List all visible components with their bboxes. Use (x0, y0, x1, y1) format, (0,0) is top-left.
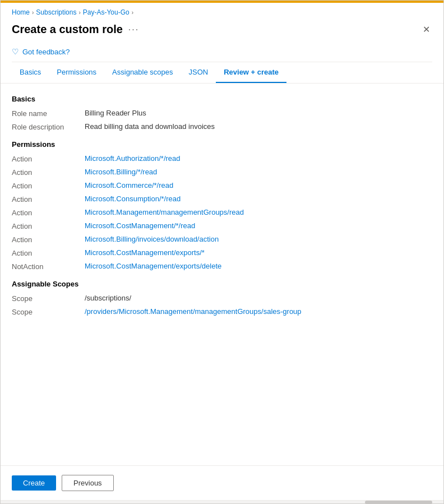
tab-basics[interactable]: Basics (12, 62, 49, 83)
field-scope-1: Scope /subscriptions/ (12, 294, 432, 303)
field-action-6: Action Microsoft.CostManagement/*/read (12, 221, 432, 230)
field-role-description: Role description Read billing data and d… (12, 122, 432, 131)
tab-review-create[interactable]: Review + create (216, 62, 286, 83)
field-role-name: Role name Billing Reader Plus (12, 109, 432, 118)
breadcrumb: Home › Subscriptions › Pay-As-You-Go › (1, 3, 443, 20)
action-label-7: Action (12, 235, 85, 244)
scopes-section-title: Assignable Scopes (12, 280, 432, 288)
field-scope-2: Scope /providers/Microsoft.Management/ma… (12, 307, 432, 316)
breadcrumb-payasyougo[interactable]: Pay-As-You-Go (83, 8, 130, 16)
permissions-section: Permissions Action Microsoft.Authorizati… (12, 140, 432, 271)
feedback-label: Got feedback? (22, 48, 70, 56)
action-label-3: Action (12, 181, 85, 190)
role-name-value: Billing Reader Plus (85, 109, 146, 117)
action-label-1: Action (12, 154, 85, 163)
action-value-3: Microsoft.Commerce/*/read (85, 181, 173, 189)
action-value-6: Microsoft.CostManagement/*/read (85, 221, 195, 230)
action-value-5: Microsoft.Management/managementGroups/re… (85, 208, 244, 216)
action-value-7: Microsoft.Billing/invoices/download/acti… (85, 235, 219, 243)
chevron-icon-3: › (132, 10, 133, 16)
more-options-icon[interactable]: ··· (128, 25, 139, 35)
role-description-label: Role description (12, 122, 85, 131)
heart-icon: ♡ (12, 47, 19, 56)
field-action-1: Action Microsoft.Authorization/*/read (12, 154, 432, 163)
footer: Create Previous (1, 465, 443, 500)
tab-assignable-scopes[interactable]: Assignable scopes (104, 62, 181, 83)
permissions-section-title: Permissions (12, 140, 432, 149)
breadcrumb-subscriptions[interactable]: Subscriptions (36, 8, 76, 16)
scope-label-1: Scope (12, 294, 85, 303)
action-label-2: Action (12, 168, 85, 177)
field-action-3: Action Microsoft.Commerce/*/read (12, 181, 432, 190)
field-action-4: Action Microsoft.Consumption/*/read (12, 195, 432, 204)
notaction-label-1: NotAction (12, 262, 85, 271)
action-value-2: Microsoft.Billing/*/read (85, 168, 157, 176)
tab-permissions[interactable]: Permissions (49, 62, 104, 83)
action-value-4: Microsoft.Consumption/*/read (85, 195, 181, 203)
page-header: Create a custom role ··· ✕ (1, 20, 443, 44)
field-action-5: Action Microsoft.Management/managementGr… (12, 208, 432, 217)
chevron-icon-2: › (78, 10, 80, 16)
close-button[interactable]: ✕ (420, 22, 432, 37)
notaction-value-1: Microsoft.CostManagement/exports/delete (85, 262, 221, 270)
chevron-icon-1: › (32, 10, 34, 16)
create-button[interactable]: Create (12, 475, 56, 491)
field-notaction-1: NotAction Microsoft.CostManagement/expor… (12, 262, 432, 271)
role-name-label: Role name (12, 109, 85, 118)
feedback-bar[interactable]: ♡ Got feedback? (1, 44, 443, 62)
action-value-8: Microsoft.CostManagement/exports/* (85, 248, 205, 257)
action-value-1: Microsoft.Authorization/*/read (85, 154, 181, 163)
header-left: Create a custom role ··· (12, 23, 139, 36)
action-label-4: Action (12, 195, 85, 204)
role-description-value: Read billing data and download invoices (85, 122, 215, 131)
field-action-8: Action Microsoft.CostManagement/exports/… (12, 248, 432, 257)
action-label-6: Action (12, 221, 85, 230)
breadcrumb-home[interactable]: Home (12, 8, 30, 16)
field-action-2: Action Microsoft.Billing/*/read (12, 168, 432, 177)
panel: Home › Subscriptions › Pay-As-You-Go › C… (0, 0, 444, 504)
field-action-7: Action Microsoft.Billing/invoices/downlo… (12, 235, 432, 244)
main-content: Basics Role name Billing Reader Plus Rol… (1, 84, 443, 465)
tabs-nav: Basics Permissions Assignable scopes JSO… (1, 62, 443, 84)
scope-label-2: Scope (12, 307, 85, 316)
basics-section-title: Basics (12, 95, 432, 103)
action-label-8: Action (12, 248, 85, 257)
tab-json[interactable]: JSON (181, 62, 216, 83)
scrollbar-container (1, 500, 443, 503)
scope-value-1: /subscriptions/ (85, 294, 131, 302)
page-title: Create a custom role (12, 23, 123, 36)
scope-value-2: /providers/Microsoft.Management/manageme… (85, 307, 302, 316)
previous-button[interactable]: Previous (62, 475, 114, 491)
action-label-5: Action (12, 208, 85, 217)
basics-section: Basics Role name Billing Reader Plus Rol… (12, 95, 432, 131)
scopes-section: Assignable Scopes Scope /subscriptions/ … (12, 280, 432, 316)
scrollbar-thumb[interactable] (365, 501, 432, 504)
